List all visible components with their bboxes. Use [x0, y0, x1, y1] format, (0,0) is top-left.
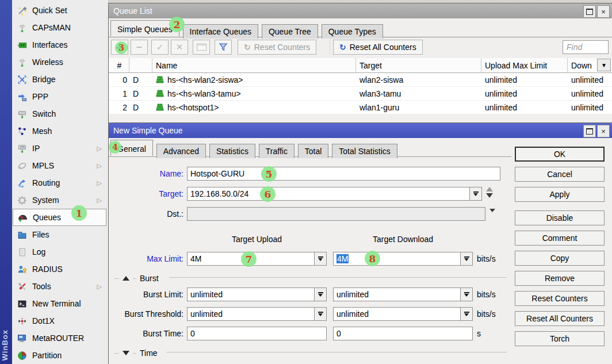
- sidebar-item-switch[interactable]: Switch: [13, 105, 106, 122]
- col-header-name[interactable]: Name: [152, 58, 356, 72]
- copy-button[interactable]: Copy: [515, 251, 605, 266]
- sidebar-item-label: Dot1X: [32, 316, 55, 325]
- tab-queue-tree[interactable]: Queue Tree: [262, 24, 318, 39]
- remove-button[interactable]: Remove: [515, 271, 605, 286]
- burst-section-toggle[interactable]: Burst: [114, 274, 159, 283]
- table-row[interactable]: 0 D hs-<hs-wlan2-siswa> wlan2-siswa unli…: [109, 73, 612, 87]
- burst-time-download-field[interactable]: 0: [333, 327, 473, 340]
- sidebar-item-ip[interactable]: 255 IP ▷: [13, 140, 106, 157]
- target-upload-column-header: Target Upload: [187, 235, 327, 244]
- col-header-flags[interactable]: [129, 58, 152, 72]
- burst-limit-upload-dropdown[interactable]: [314, 288, 327, 301]
- sidebar-item-ppp[interactable]: PPP: [13, 88, 106, 105]
- winbox-app: WinBox Quick Set CAPsMAN Interfaces Wire…: [0, 0, 612, 364]
- table-row[interactable]: 2 D hs-<hotspot1> wlan1-guru unlimited u…: [109, 101, 612, 114]
- sidebar-item-metarouter[interactable]: MetaROUTER: [13, 329, 106, 347]
- target-field[interactable]: 192.168.50.0/24: [187, 187, 470, 201]
- col-header-target[interactable]: Target: [356, 58, 481, 72]
- sidebar-item-tools[interactable]: Tools ▷: [13, 278, 106, 295]
- table-row[interactable]: 1 D hs-<hs-wlan3-tamu> wlan3-tamu unlimi…: [109, 87, 612, 101]
- enable-button[interactable]: ✓: [151, 40, 169, 55]
- sidebar-item-new-terminal[interactable]: New Terminal: [13, 295, 106, 312]
- sidebar-item-dot1x[interactable]: Dot1X: [13, 312, 106, 329]
- sidebar-item-mesh[interactable]: Mesh: [13, 122, 106, 140]
- max-limit-unit: bits/s: [477, 252, 496, 266]
- comment-button[interactable]: Comment: [515, 231, 605, 246]
- reset-counters-button[interactable]: Reset Counters: [515, 291, 605, 306]
- disable-button[interactable]: ✕: [171, 40, 188, 55]
- sidebar-item-mpls[interactable]: MPLS ▷: [13, 157, 106, 174]
- dialog-titlebar[interactable]: New Simple Queue ×: [109, 123, 612, 138]
- burst-limit-download-field[interactable]: unlimited: [333, 288, 461, 301]
- close-icon[interactable]: ×: [597, 125, 610, 137]
- sidebar-item-capsman[interactable]: CAPsMAN: [13, 19, 106, 36]
- sidebar-item-routing[interactable]: Routing ▷: [13, 174, 106, 191]
- tab-statistics[interactable]: Statistics: [209, 144, 255, 158]
- tab-total[interactable]: Total: [298, 144, 329, 158]
- burst-limit-download-dropdown[interactable]: [460, 288, 473, 301]
- ok-button[interactable]: OK: [515, 147, 605, 162]
- burst-time-upload-field[interactable]: 0: [187, 327, 327, 340]
- column-select-button[interactable]: ▼: [597, 59, 611, 71]
- queue-list-titlebar[interactable]: Queue List ×: [109, 3, 612, 18]
- tab-total-statistics[interactable]: Total Statistics: [332, 144, 397, 158]
- sidebar-item-log[interactable]: Log: [13, 243, 106, 260]
- submenu-arrow-icon: ▷: [97, 197, 102, 204]
- magic-wand-icon: [17, 6, 27, 16]
- dot1x-icon: [17, 316, 27, 326]
- col-header-upload-max-limit[interactable]: Upload Max Limit: [481, 58, 568, 72]
- maximize-icon[interactable]: [583, 125, 596, 137]
- sidebar-item-partition[interactable]: Partition: [13, 347, 106, 364]
- spinner-down-icon[interactable]: [486, 193, 493, 198]
- burst-threshold-download-field[interactable]: unlimited: [333, 307, 461, 321]
- torch-button[interactable]: Torch: [515, 331, 605, 346]
- max-limit-upload-dropdown[interactable]: [314, 252, 327, 266]
- sidebar-item-label: RADIUS: [32, 265, 63, 274]
- dst-dropdown-arrow[interactable]: [489, 212, 495, 221]
- comment-button[interactable]: [193, 40, 210, 55]
- sidebar-item-bridge[interactable]: Bridge: [13, 71, 106, 88]
- sidebar-item-files[interactable]: Files: [13, 226, 106, 243]
- target-add-remove-spinner[interactable]: [486, 187, 493, 198]
- time-section-toggle[interactable]: Time: [114, 348, 158, 358]
- sidebar-item-quick-set[interactable]: Quick Set: [13, 2, 106, 19]
- burst-threshold-upload-dropdown[interactable]: [314, 307, 327, 321]
- tools-icon: [17, 282, 27, 292]
- tab-interface-queues[interactable]: Interface Queues: [183, 24, 258, 39]
- reset-all-counters-button[interactable]: ↻ Reset All Counters: [333, 40, 423, 55]
- reset-counters-button[interactable]: ↻ Reset Counters: [238, 40, 316, 55]
- target-dropdown-button[interactable]: [469, 187, 482, 201]
- tab-advanced[interactable]: Advanced: [156, 144, 206, 158]
- tab-traffic[interactable]: Traffic: [259, 144, 294, 158]
- sidebar-item-interfaces[interactable]: Interfaces: [13, 36, 106, 53]
- gauge-icon: [18, 213, 28, 223]
- name-field[interactable]: Hotspot-GURU: [187, 167, 500, 181]
- sidebar-item-radius[interactable]: RADIUS: [13, 260, 106, 278]
- burst-limit-upload-field[interactable]: unlimited: [187, 288, 315, 301]
- reset-all-counters-button[interactable]: Reset All Counters: [515, 311, 605, 326]
- max-limit-download-dropdown[interactable]: [460, 252, 473, 266]
- sort-arrow-icon: ▼: [601, 62, 607, 68]
- sidebar-item-system[interactable]: System ▷: [13, 191, 106, 209]
- burst-threshold-download-dropdown[interactable]: [460, 307, 473, 321]
- col-header-num[interactable]: #: [109, 58, 129, 72]
- cancel-button[interactable]: Cancel: [515, 167, 605, 182]
- sidebar-item-queues[interactable]: Queues: [13, 209, 106, 226]
- apply-button[interactable]: Apply: [515, 187, 605, 202]
- remove-button[interactable]: −: [131, 40, 148, 55]
- sidebar-item-wireless[interactable]: Wireless: [13, 53, 106, 71]
- find-input[interactable]: [563, 40, 609, 54]
- spinner-up-icon[interactable]: [486, 187, 493, 191]
- submenu-arrow-icon: ▷: [97, 179, 102, 187]
- burst-threshold-upload-field[interactable]: unlimited: [187, 307, 315, 321]
- target-label: Target:: [112, 187, 183, 201]
- filter-button[interactable]: [215, 40, 232, 55]
- max-limit-download-field[interactable]: 4M: [333, 252, 461, 266]
- switch-icon: [17, 109, 27, 119]
- disable-button[interactable]: Disable: [515, 210, 605, 225]
- close-icon[interactable]: ×: [597, 5, 610, 18]
- dst-field[interactable]: [187, 207, 485, 221]
- mesh-dots-icon: [17, 127, 27, 136]
- maximize-icon[interactable]: [583, 5, 596, 18]
- tab-queue-types[interactable]: Queue Types: [322, 24, 383, 39]
